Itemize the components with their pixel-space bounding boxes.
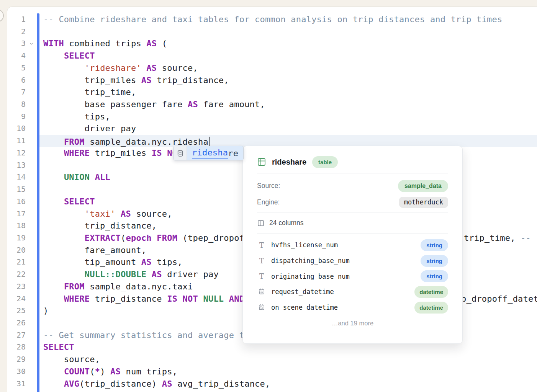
line-number: 25 [7, 305, 26, 317]
code-line[interactable]: 1-- Combine rideshare and taxi tables fo… [7, 13, 537, 26]
columns-icon [257, 219, 265, 227]
code-text: source, [43, 353, 537, 366]
code-text: WITH combined_trips AS ( [43, 38, 537, 50]
column-type-badge: string [421, 255, 448, 267]
column-name: request_datetime [271, 288, 334, 296]
code-line[interactable]: 10 driver_pay [7, 122, 537, 135]
line-number: 13 [7, 159, 26, 172]
divider [257, 234, 448, 234]
code-text-fragment: p_dropoff_datet [461, 293, 537, 305]
column-name: dispatching_base_num [271, 257, 350, 265]
line-number: 21 [7, 256, 26, 268]
line-number: 7 [7, 86, 26, 98]
columns-count-row: 24 columns [257, 212, 448, 234]
autocomplete-match-text: ridesha [192, 148, 228, 158]
line-number: 11 [7, 135, 26, 147]
code-line[interactable]: 9 tips, [7, 111, 537, 123]
line-number: 14 [7, 171, 26, 183]
column-type-badge: string [421, 239, 448, 251]
divider [257, 173, 448, 173]
code-text: -- Combine rideshare and taxi tables for… [43, 13, 537, 26]
code-text: tips, [43, 111, 537, 123]
code-text: trip_miles AS trip_distance, [43, 74, 537, 87]
code-line[interactable]: 4 SELECT [7, 50, 537, 62]
code-line[interactable]: 2 [7, 26, 537, 38]
app-background: { "window": { "background": "#f5f1ea" },… [0, 0, 537, 392]
line-number: 22 [7, 268, 26, 281]
table-name: rideshare [272, 158, 306, 167]
code-text: AVG(trip_distance) AS avg_trip_distance, [43, 378, 537, 390]
type-datetime-icon [257, 304, 266, 311]
line-number: 15 [7, 183, 26, 196]
code-text: driver_pay [43, 122, 537, 135]
line-number: 5 [7, 62, 26, 74]
line-number: 12 [7, 147, 26, 159]
engine-row: Engine: motherduck [257, 194, 448, 211]
column-row: request_datetimedatetime [257, 284, 448, 300]
table-type-badge: table [312, 156, 338, 168]
autocomplete-popup[interactable]: rideshare [173, 146, 244, 160]
source-value-badge: sample_data [398, 180, 448, 192]
line-number: 20 [7, 244, 26, 256]
line-number: 16 [7, 196, 26, 208]
line-number: 17 [7, 208, 26, 220]
engine-label: Engine: [257, 198, 280, 206]
line-number: 1 [7, 13, 26, 26]
line-number: 32 [7, 390, 26, 392]
code-text: SELECT [43, 50, 537, 62]
line-number: 18 [7, 220, 26, 232]
code-line[interactable]: 6 trip_miles AS trip_distance, [7, 74, 537, 87]
code-line[interactable]: 11 FROM sample_data.nyc.ridesha [7, 135, 537, 147]
gutter-change-bar [37, 13, 39, 392]
columns-count-label: 24 columns [269, 219, 304, 227]
source-label: Source: [257, 182, 280, 190]
line-number: 6 [7, 74, 26, 87]
column-type-badge: datetime [414, 302, 448, 314]
code-line[interactable]: 5 'rideshare' AS source, [7, 62, 537, 74]
text-cursor [209, 137, 210, 147]
code-line[interactable]: 8 base_passenger_fare AS fare_amount, [7, 98, 537, 111]
code-text: trip_time, [43, 86, 537, 98]
type-string-icon: T [257, 272, 266, 280]
code-text: COUNT(*) AS num_trips, [43, 366, 537, 378]
line-number: 23 [7, 281, 26, 293]
autocomplete-item-rideshare[interactable]: rideshare [187, 146, 243, 160]
engine-value-badge: motherduck [399, 197, 448, 208]
database-icon [174, 146, 187, 160]
columns-list: Thvfhs_license_numstringTdispatching_bas… [257, 237, 448, 315]
more-columns-label: …and 19 more [257, 320, 448, 327]
code-text: base_passenger_fare AS fare_amount, [43, 98, 537, 111]
type-string-icon: T [257, 257, 266, 265]
code-line[interactable]: 30 COUNT(*) AS num_trips, [7, 366, 537, 378]
column-row: Tdispatching_base_numstring [257, 253, 448, 269]
line-number: 2 [7, 26, 26, 38]
line-number: 19 [7, 232, 26, 244]
line-number: 3 [7, 38, 26, 50]
code-line[interactable]: 31 AVG(trip_distance) AS avg_trip_distan… [7, 378, 537, 390]
line-number: 8 [7, 98, 26, 111]
line-number: 30 [7, 366, 26, 378]
line-number: 10 [7, 122, 26, 135]
type-datetime-icon [257, 288, 266, 296]
code-line[interactable]: 29 source, [7, 353, 537, 366]
column-type-badge: datetime [414, 286, 448, 298]
column-row: Toriginating_base_numstring [257, 268, 448, 284]
code-line[interactable]: 7 trip_time, [7, 86, 537, 98]
table-icon [257, 157, 266, 167]
source-row: Source: sample_data [257, 178, 448, 194]
column-name: originating_base_num [271, 273, 350, 280]
autocomplete-rest-text: re [228, 149, 238, 158]
code-line[interactable]: 32 AVG(trip_time) AS avg_trip_time, [7, 390, 537, 392]
fold-chevron-down-icon[interactable] [29, 38, 34, 50]
line-number: 4 [7, 50, 26, 62]
code-text-fragment: trip_time, -- [464, 232, 531, 244]
column-name: on_scene_datetime [271, 304, 338, 311]
line-number: 9 [7, 111, 26, 123]
column-row: Thvfhs_license_numstring [257, 237, 448, 253]
line-number: 24 [7, 293, 26, 305]
partial-side-button[interactable] [0, 9, 4, 22]
line-number: 28 [7, 341, 26, 353]
line-number: 29 [7, 353, 26, 366]
code-line[interactable]: 3WITH combined_trips AS ( [7, 38, 537, 50]
column-name: hvfhs_license_num [271, 241, 338, 249]
